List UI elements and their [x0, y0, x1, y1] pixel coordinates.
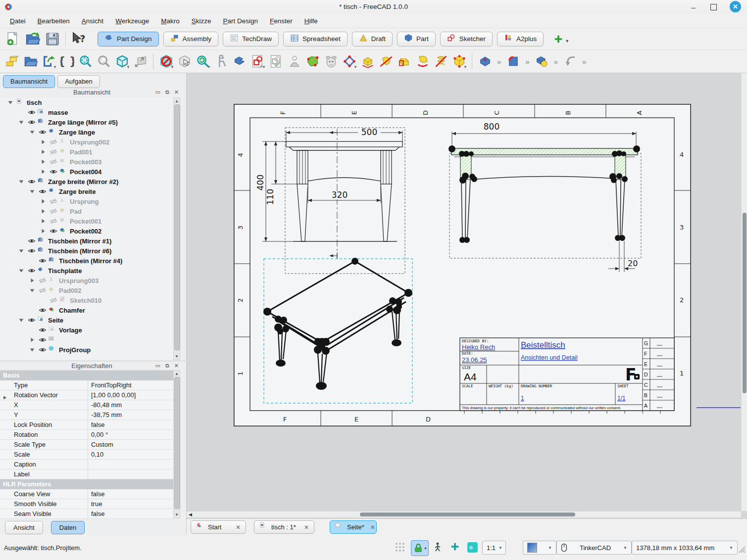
- walkthrough-icon[interactable]: [432, 541, 444, 555]
- expand-arrow-icon[interactable]: [27, 337, 37, 343]
- visibility-on-icon[interactable]: [37, 336, 48, 344]
- add-view-icon[interactable]: [449, 541, 460, 554]
- date-value[interactable]: 23.06.25: [462, 356, 487, 364]
- property-value[interactable]: true: [88, 499, 173, 509]
- tree-item-pad[interactable]: Pad: [0, 206, 173, 216]
- measure-icon[interactable]: [212, 51, 230, 71]
- properties-scrollbar[interactable]: ▲ ▼: [173, 370, 180, 518]
- close-panel-icon[interactable]: ✕: [174, 363, 179, 369]
- fit-all-icon[interactable]: [76, 51, 95, 71]
- visibility-on-icon[interactable]: [26, 237, 37, 245]
- expand-arrow-icon[interactable]: [38, 169, 48, 175]
- undo-icon[interactable]: [561, 51, 579, 71]
- visibility-on-icon[interactable]: [37, 326, 48, 334]
- property-value[interactable]: 0,10: [88, 450, 173, 459]
- groove-icon[interactable]: [395, 51, 413, 71]
- visibility-on-icon[interactable]: [26, 178, 37, 186]
- tree-item-pad002[interactable]: Pad002: [0, 285, 173, 295]
- macro-icon[interactable]: { }: [58, 51, 76, 71]
- tree-item-tischbein-mirror-1-[interactable]: Tischbein (Mirror #1): [0, 236, 173, 246]
- workbench-techdraw[interactable]: TechDraw: [223, 32, 279, 47]
- zoom-sel-icon[interactable]: [95, 51, 113, 71]
- undock-panel-icon[interactable]: ⧉: [165, 363, 169, 369]
- expand-arrow-icon[interactable]: [38, 208, 48, 214]
- nav-style-dropdown[interactable]: TinkerCAD▼: [556, 541, 632, 555]
- collapse-arrow-icon[interactable]: [16, 248, 26, 254]
- revolution-icon[interactable]: [377, 51, 395, 71]
- property-value[interactable]: FrontTopRight: [88, 380, 173, 390]
- collapse-arrow-icon[interactable]: [16, 179, 26, 185]
- datum-surface-icon[interactable]: [303, 51, 322, 71]
- visibility-off-icon[interactable]: [48, 217, 58, 225]
- additive-helix-icon[interactable]: [432, 51, 450, 71]
- overflow-chevron-icon[interactable]: »: [497, 57, 501, 66]
- add-workbench-icon[interactable]: ▼: [553, 34, 569, 45]
- menu-datei[interactable]: Datei: [4, 15, 32, 27]
- tree-item-seite[interactable]: Seite: [0, 315, 173, 325]
- workbench-a2plus[interactable]: A2plus: [497, 32, 544, 47]
- pocket-icon[interactable]: [476, 51, 494, 71]
- designed-by-value[interactable]: Heiko Rech: [462, 343, 495, 351]
- axonometric-icon[interactable]: ▼: [113, 51, 131, 71]
- tree-item-zarge-l-nge[interactable]: Zarge länge: [0, 127, 173, 137]
- property-value[interactable]: 0,00 °: [88, 430, 173, 439]
- drawing-subtitle[interactable]: Ansichten und Detail: [521, 354, 578, 361]
- collapse-arrow-icon[interactable]: [27, 287, 37, 293]
- title-block[interactable]: DESIGNED BY: DATE: SIZE SCALE WEIGHT (kg…: [460, 338, 674, 414]
- tree-item-unnamed[interactable]: [0, 335, 173, 345]
- menu-skizze[interactable]: Skizze: [186, 15, 217, 27]
- tree-item-tisch[interactable]: tisch: [0, 97, 173, 107]
- menu-part-design[interactable]: Part Design: [217, 15, 264, 27]
- horizontal-scrollbar[interactable]: ◀: [187, 511, 741, 517]
- tree-item-ursprung003[interactable]: Ursprung003: [0, 276, 173, 285]
- overflow-chevron-icon[interactable]: »: [525, 57, 529, 66]
- collapse-arrow-icon[interactable]: [16, 317, 26, 323]
- tree-item-tischbein-mirror-4-[interactable]: Tischbein (Mirror #4): [0, 256, 173, 266]
- close-tab-icon[interactable]: ✕: [370, 524, 375, 531]
- property-value[interactable]: false: [88, 489, 173, 499]
- property-value[interactable]: -38,75 mm: [88, 410, 173, 420]
- workbench-spreadsheet[interactable]: Spreadsheet: [283, 32, 348, 47]
- datum-person-icon[interactable]: [285, 51, 303, 71]
- visibility-on-icon[interactable]: [37, 187, 48, 195]
- validate-sketch-icon[interactable]: [267, 51, 285, 71]
- tree-item-pocket004[interactable]: Pocket004: [0, 167, 173, 177]
- menu-werkzeuge[interactable]: Werkzeuge: [109, 15, 155, 27]
- visibility-off-icon[interactable]: [37, 286, 48, 294]
- techdraw-page[interactable]: FEDCBA43214321FED: [234, 104, 691, 426]
- visibility-on-icon[interactable]: [26, 247, 37, 255]
- visibility-on-icon[interactable]: [48, 168, 58, 176]
- workbench-part[interactable]: Part: [397, 32, 436, 47]
- pad-icon[interactable]: [358, 51, 377, 71]
- overflow-chevron-icon[interactable]: »: [554, 57, 558, 66]
- refresh-view-icon[interactable]: ▼: [194, 51, 212, 71]
- visibility-off-icon[interactable]: [37, 277, 48, 284]
- doc-tab-start[interactable]: Start✕: [191, 520, 246, 534]
- float-panel-icon[interactable]: ▭: [155, 363, 160, 369]
- tree-item-pad001[interactable]: Pad001: [0, 147, 173, 157]
- visibility-off-icon[interactable]: [48, 296, 58, 304]
- collapse-arrow-icon[interactable]: [16, 268, 26, 274]
- menu-fenster[interactable]: Fenster: [264, 15, 299, 27]
- undock-panel-icon[interactable]: ⧉: [165, 89, 169, 95]
- expand-arrow-icon[interactable]: [38, 198, 48, 204]
- tree-item-zarge-breite-mirror-2-[interactable]: Zarge breite (Mirror #2): [0, 177, 173, 187]
- expand-arrow-icon[interactable]: [38, 228, 48, 234]
- property-value[interactable]: -80,48 mm: [88, 400, 173, 410]
- tab-ansicht[interactable]: Ansicht: [5, 521, 43, 534]
- additive-loft-icon[interactable]: [413, 51, 432, 71]
- visibility-on-icon[interactable]: [26, 108, 37, 116]
- collapse-arrow-icon[interactable]: [27, 129, 37, 135]
- property-value[interactable]: Custom: [88, 440, 173, 449]
- main-3d-view[interactable]: FEDCBA43214321FED: [187, 73, 747, 518]
- visibility-on-icon[interactable]: [26, 316, 37, 324]
- visibility-on-icon[interactable]: [37, 306, 48, 314]
- close-tab-icon[interactable]: ✕: [236, 524, 241, 531]
- visibility-on-icon[interactable]: [37, 257, 48, 265]
- doc-tab-tisch-1-[interactable]: tisch : 1*✕: [254, 520, 314, 534]
- property-value[interactable]: false: [88, 420, 173, 429]
- tab-daten[interactable]: Daten: [51, 521, 85, 534]
- vertical-scrollbar[interactable]: [741, 73, 747, 511]
- panel-tab-baumansicht[interactable]: Baumansicht: [3, 75, 55, 88]
- tree-item-ursprung002[interactable]: Ursprung002: [0, 137, 173, 147]
